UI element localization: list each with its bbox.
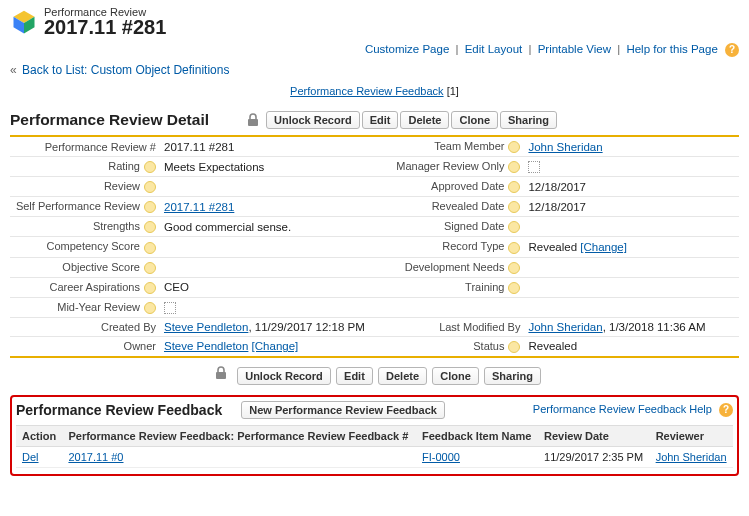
row-del-link[interactable]: Del — [22, 451, 39, 463]
lbl-modified-by: Last Modified By — [439, 321, 520, 333]
row-name-link[interactable]: 2017.11 #0 — [68, 451, 123, 463]
val-record-type: Revealed — [528, 241, 577, 253]
back-link-row: « Back to List: Custom Object Definition… — [10, 63, 739, 77]
customize-page-link[interactable]: Customize Page — [365, 43, 449, 55]
chevron-left-icon: « — [10, 63, 17, 77]
lbl-team-member: Team Member — [434, 140, 504, 152]
lbl-status: Status — [473, 340, 504, 352]
mgr-only-checkbox — [528, 161, 540, 173]
val-pr-number: 2017.11 #281 — [164, 141, 234, 153]
sharing-button-2[interactable]: Sharing — [484, 367, 541, 385]
related-table: Action Performance Review Feedback: Perf… — [16, 425, 733, 468]
modified-by-date: , 1/3/2018 11:36 AM — [603, 321, 706, 333]
help-dot-icon[interactable] — [144, 181, 156, 193]
help-dot-icon[interactable] — [144, 161, 156, 173]
related-list-feedback: Performance Review Feedback New Performa… — [10, 395, 739, 476]
owner-change-link[interactable]: [Change] — [252, 340, 299, 352]
help-dot-icon[interactable] — [508, 201, 520, 213]
val-revealed-date: 12/18/2017 — [528, 201, 586, 213]
modified-by-link[interactable]: John Sheridan — [528, 321, 602, 333]
owner-link[interactable]: Steve Pendleton — [164, 340, 248, 352]
lbl-approved-date: Approved Date — [431, 180, 504, 192]
help-dot-icon[interactable] — [144, 242, 156, 254]
edit-button[interactable]: Edit — [362, 111, 399, 129]
val-approved-date: 12/18/2017 — [528, 181, 586, 193]
lbl-self-pr: Self Performance Review — [16, 200, 140, 212]
help-dot-icon[interactable] — [144, 262, 156, 274]
lbl-career: Career Aspirations — [49, 281, 140, 293]
help-dot-icon[interactable] — [508, 341, 520, 353]
col-reviewer[interactable]: Reviewer — [650, 425, 733, 446]
lbl-dev-needs: Development Needs — [405, 261, 505, 273]
lbl-obj-score: Objective Score — [62, 261, 140, 273]
page-header: Performance Review 2017.11 #281 — [10, 6, 739, 39]
record-type-change-link[interactable]: [Change] — [580, 241, 627, 253]
lbl-pr-number: Performance Review # — [45, 141, 156, 153]
help-icon[interactable]: ? — [719, 403, 733, 417]
printable-view-link[interactable]: Printable View — [538, 43, 611, 55]
val-status: Revealed — [528, 340, 577, 352]
top-action-links: Customize Page | Edit Layout | Printable… — [10, 43, 739, 57]
help-page-link[interactable]: Help for this Page — [626, 43, 717, 55]
row-reviewer-link[interactable]: John Sheridan — [656, 451, 727, 463]
help-dot-icon[interactable] — [508, 181, 520, 193]
help-dot-icon[interactable] — [508, 161, 520, 173]
feedback-quick-count: [1] — [447, 85, 459, 97]
lbl-strengths: Strengths — [93, 220, 140, 232]
delete-button-2[interactable]: Delete — [378, 367, 427, 385]
col-date[interactable]: Review Date — [538, 425, 650, 446]
help-dot-icon[interactable] — [508, 262, 520, 274]
help-dot-icon[interactable] — [508, 282, 520, 294]
unlock-record-button-2[interactable]: Unlock Record — [237, 367, 331, 385]
help-dot-icon[interactable] — [144, 282, 156, 294]
related-title: Performance Review Feedback — [16, 402, 222, 418]
lock-icon — [215, 366, 227, 380]
sharing-button[interactable]: Sharing — [500, 111, 557, 129]
team-member-link[interactable]: John Sheridan — [528, 141, 602, 153]
clone-button[interactable]: Clone — [451, 111, 498, 129]
detail-header: Performance Review Detail Unlock Record … — [10, 111, 739, 129]
lbl-signed-date: Signed Date — [444, 220, 505, 232]
help-dot-icon[interactable] — [508, 141, 520, 153]
cube-icon — [10, 8, 38, 36]
val-strengths: Good commercial sense. — [164, 221, 291, 233]
delete-button[interactable]: Delete — [400, 111, 449, 129]
clone-button-2[interactable]: Clone — [432, 367, 479, 385]
lbl-rating: Rating — [108, 160, 140, 172]
detail-title: Performance Review Detail — [10, 111, 209, 129]
bottom-button-row: Unlock Record Edit Delete Clone Sharing — [10, 366, 739, 385]
row-date: 11/29/2017 2:35 PM — [544, 451, 643, 463]
page-title: 2017.11 #281 — [44, 16, 166, 39]
lbl-training: Training — [465, 281, 504, 293]
lbl-mgr-only: Manager Review Only — [396, 160, 504, 172]
lock-icon — [247, 113, 259, 127]
edit-button-2[interactable]: Edit — [336, 367, 373, 385]
self-pr-link[interactable]: 2017.11 #281 — [164, 201, 234, 213]
col-name[interactable]: Performance Review Feedback: Performance… — [62, 425, 416, 446]
edit-layout-link[interactable]: Edit Layout — [465, 43, 523, 55]
related-help-link[interactable]: Performance Review Feedback Help — [533, 403, 712, 415]
val-rating: Meets Expectations — [164, 161, 264, 173]
lbl-review: Review — [104, 180, 140, 192]
created-by-link[interactable]: Steve Pendleton — [164, 321, 248, 333]
lbl-record-type: Record Type — [442, 240, 504, 252]
new-feedback-button[interactable]: New Performance Review Feedback — [241, 401, 445, 419]
lbl-created-by: Created By — [101, 321, 156, 333]
col-item[interactable]: Feedback Item Name — [416, 425, 538, 446]
back-to-list-link[interactable]: Back to List: Custom Object Definitions — [22, 63, 229, 77]
feedback-quick-link[interactable]: Performance Review Feedback — [290, 85, 443, 97]
lbl-comp-score: Competency Score — [46, 240, 140, 252]
unlock-record-button[interactable]: Unlock Record — [266, 111, 360, 129]
help-dot-icon[interactable] — [508, 242, 520, 254]
help-dot-icon[interactable] — [144, 221, 156, 233]
help-icon[interactable]: ? — [725, 43, 739, 57]
val-career: CEO — [164, 281, 189, 293]
help-dot-icon[interactable] — [144, 201, 156, 213]
lbl-owner: Owner — [124, 340, 156, 352]
midyear-checkbox — [164, 302, 176, 314]
help-dot-icon[interactable] — [508, 221, 520, 233]
col-action[interactable]: Action — [16, 425, 62, 446]
row-item-link[interactable]: FI-0000 — [422, 451, 460, 463]
lbl-revealed-date: Revealed Date — [432, 200, 505, 212]
help-dot-icon[interactable] — [144, 302, 156, 314]
